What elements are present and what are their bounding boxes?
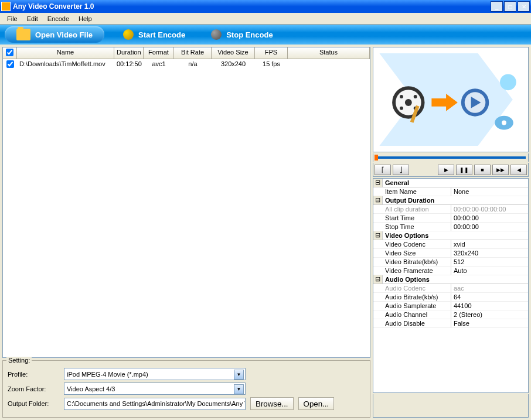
- header-duration[interactable]: Duration: [114, 47, 144, 59]
- table-row[interactable]: D:\Downloads\TimMoffett.mov00:12:50avc1n…: [3, 59, 370, 70]
- svg-point-6: [400, 107, 403, 110]
- prop-key: Stop Time: [373, 223, 451, 231]
- mark-in-button[interactable]: ⎡: [375, 165, 391, 175]
- prop-value[interactable]: 44100: [451, 302, 528, 310]
- menu-encode[interactable]: Encode: [43, 14, 74, 23]
- output-folder-label: Output Folder:: [8, 400, 59, 407]
- row-checkbox[interactable]: [6, 60, 14, 68]
- prop-key: Video Size: [373, 249, 451, 257]
- prop-row[interactable]: Audio DisableFalse: [373, 319, 528, 328]
- prop-value[interactable]: 64: [451, 293, 528, 301]
- stop-encode-label: Stop Encode: [226, 30, 273, 39]
- output-folder-input[interactable]: C:\Documents and Settings\Administrator\…: [64, 398, 246, 410]
- property-grid[interactable]: ⊟GeneralItem NameNone⊟Output DurationAll…: [373, 178, 529, 393]
- zoom-select[interactable]: Video Aspect 4/3: [64, 383, 246, 395]
- prop-key: Video Bitrate(kb/s): [373, 258, 451, 266]
- preview-graphic: [373, 47, 528, 152]
- prop-value[interactable]: 00:00:00-00:00:00: [451, 205, 528, 213]
- header-format[interactable]: Format: [144, 47, 174, 59]
- prop-key: Audio Disable: [373, 319, 451, 327]
- prop-row[interactable]: Video Codencxvid: [373, 240, 528, 249]
- header-videosize[interactable]: Video Size: [212, 47, 255, 59]
- prop-row[interactable]: Video FramerateAuto: [373, 267, 528, 275]
- prop-section-title: Output Duration: [383, 196, 528, 204]
- prop-value[interactable]: aac: [451, 284, 528, 292]
- prop-value[interactable]: 00:00:00: [451, 214, 528, 222]
- minimize-button[interactable]: _: [491, 1, 503, 12]
- prop-row[interactable]: Audio Codencaac: [373, 284, 528, 293]
- maximize-button[interactable]: □: [504, 1, 516, 12]
- profile-select[interactable]: iPod MPEG-4 Movie (*.mp4): [64, 368, 246, 380]
- cell-name: D:\Downloads\TimMoffett.mov: [17, 59, 114, 70]
- stop-button[interactable]: ■: [474, 165, 491, 175]
- cell-status: [288, 59, 370, 70]
- svg-point-3: [405, 99, 412, 106]
- playback-controls: ⎡ ⎦ ▶ ❚❚ ■ ▶▶ ◀: [373, 163, 529, 177]
- open-folder-button[interactable]: Open...: [298, 397, 335, 410]
- prop-row[interactable]: Item NameNone: [373, 187, 528, 196]
- prop-row[interactable]: Audio Samplerate44100: [373, 302, 528, 310]
- header-status[interactable]: Status: [288, 47, 370, 59]
- prop-value[interactable]: 512: [451, 258, 528, 266]
- stop-encode-button[interactable]: Stop Encode: [204, 28, 280, 41]
- header-fps[interactable]: FPS: [255, 47, 288, 59]
- svg-point-15: [502, 121, 506, 125]
- prop-value[interactable]: Auto: [451, 267, 528, 275]
- expand-icon[interactable]: ⊟: [373, 275, 383, 284]
- fast-forward-button[interactable]: ▶▶: [492, 165, 509, 175]
- cell-bitrate: n/a: [174, 59, 212, 70]
- titlebar: Any Video Converter 1.0 _ □ ✕: [0, 0, 531, 13]
- svg-point-13: [500, 74, 516, 90]
- wand-icon: [123, 29, 134, 40]
- prop-value[interactable]: None: [451, 187, 528, 196]
- prop-row[interactable]: Audio Channel2 (Stereo): [373, 310, 528, 319]
- prop-key: Audio Codenc: [373, 284, 451, 292]
- prop-row[interactable]: Video Bitrate(kb/s)512: [373, 258, 528, 267]
- file-list[interactable]: Name Duration Format Bit Rate Video Size…: [2, 47, 370, 358]
- play-button[interactable]: ▶: [438, 165, 454, 175]
- menubar: File Edit Encode Help: [0, 13, 531, 25]
- open-video-file-button[interactable]: Open Video File: [5, 26, 104, 43]
- window-title: Any Video Converter 1.0: [13, 2, 491, 11]
- select-all-checkbox[interactable]: [6, 49, 13, 56]
- cell-format: avc1: [144, 59, 174, 70]
- prop-key: Start Time: [373, 214, 451, 222]
- menu-file[interactable]: File: [2, 14, 22, 23]
- prev-button[interactable]: ◀: [510, 165, 527, 175]
- prop-value[interactable]: 320x240: [451, 249, 528, 257]
- pause-button[interactable]: ❚❚: [456, 165, 472, 175]
- cell-duration: 00:12:50: [114, 59, 144, 70]
- stop-icon: [211, 29, 222, 40]
- close-button[interactable]: ✕: [518, 1, 530, 12]
- start-encode-button[interactable]: Start Encode: [116, 28, 192, 41]
- browse-button[interactable]: Browse...: [250, 397, 294, 410]
- prop-row[interactable]: Video Size320x240: [373, 249, 528, 258]
- expand-icon[interactable]: ⊟: [373, 179, 383, 187]
- expand-icon[interactable]: ⊟: [373, 196, 383, 204]
- mark-out-button[interactable]: ⎦: [393, 165, 409, 175]
- cell-videosize: 320x240: [212, 59, 255, 70]
- header-name[interactable]: Name: [17, 47, 114, 59]
- setting-group: Setting: Profile: iPod MPEG-4 Movie (*.m…: [2, 360, 370, 418]
- prop-key: All clip duration: [373, 205, 451, 213]
- prop-value[interactable]: False: [451, 319, 528, 327]
- prop-section-title: General: [383, 179, 528, 187]
- prop-value[interactable]: xvid: [451, 240, 528, 248]
- prop-value[interactable]: 2 (Stereo): [451, 310, 528, 319]
- prop-row[interactable]: Stop Time00:00:00: [373, 223, 528, 231]
- preview-slider[interactable]: [373, 153, 529, 162]
- prop-row[interactable]: Audio Bitrate(kb/s)64: [373, 293, 528, 302]
- prop-row[interactable]: All clip duration00:00:00-00:00:00: [373, 205, 528, 214]
- toolbar: Open Video File Start Encode Stop Encode: [0, 25, 531, 45]
- prop-key: Video Codenc: [373, 240, 451, 248]
- expand-icon[interactable]: ⊟: [373, 231, 383, 240]
- menu-edit[interactable]: Edit: [22, 14, 43, 23]
- file-list-header: Name Duration Format Bit Rate Video Size…: [3, 47, 370, 59]
- prop-key: Audio Channel: [373, 310, 451, 319]
- prop-row[interactable]: Start Time00:00:00: [373, 214, 528, 223]
- menu-help[interactable]: Help: [74, 14, 97, 23]
- header-bitrate[interactable]: Bit Rate: [174, 47, 212, 59]
- svg-point-4: [400, 95, 403, 98]
- preview-pane: [373, 47, 529, 152]
- prop-value[interactable]: 00:00:00: [451, 223, 528, 231]
